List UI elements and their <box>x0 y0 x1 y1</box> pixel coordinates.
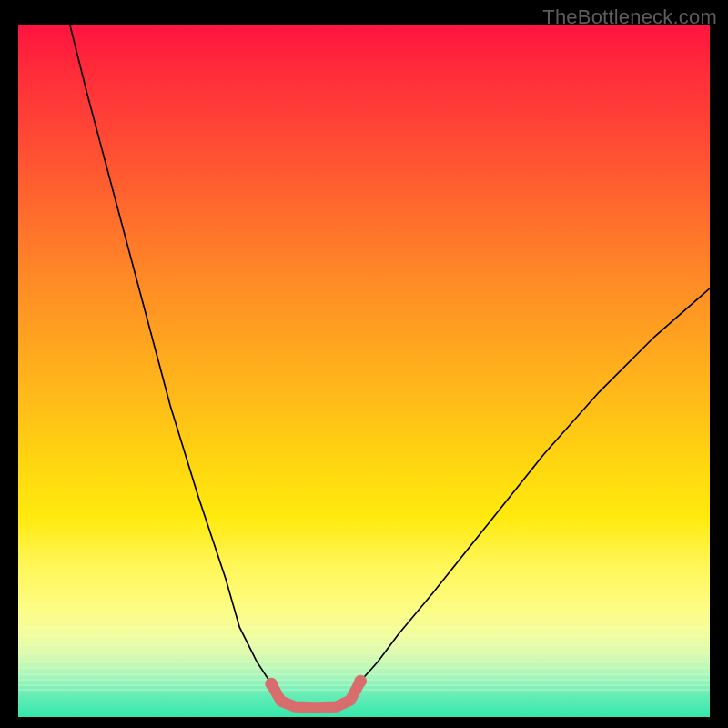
valley-highlight-path <box>271 681 360 707</box>
chart-frame: TheBottleneck.com <box>0 0 728 728</box>
plot-area <box>18 25 710 717</box>
curve-svg <box>18 25 710 717</box>
valley-left-dot <box>265 678 278 691</box>
watermark-text: TheBottleneck.com <box>542 5 717 29</box>
right-curve <box>360 288 710 682</box>
left-curve <box>70 25 271 684</box>
valley-right-dot <box>354 675 367 688</box>
